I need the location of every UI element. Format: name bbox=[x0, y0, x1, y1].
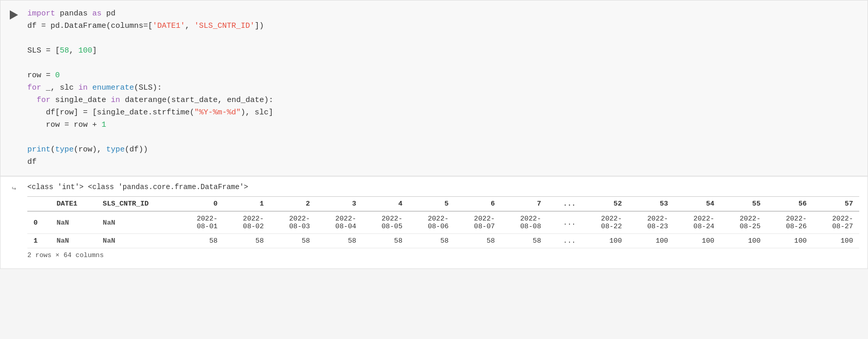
table-header-row: DATE1 SLS_CNTR_ID 0 1 2 3 4 5 6 7 ... bbox=[27, 197, 859, 212]
output-area: ↪ <class 'int'> <class 'pandas.core.fram… bbox=[1, 177, 867, 268]
output-prompt-icon: ↪ bbox=[12, 184, 16, 193]
output-text: <class 'int'> <class 'pandas.core.frame.… bbox=[27, 183, 859, 191]
cell-row1-SLS_CNTR_ID: NaN bbox=[96, 234, 177, 248]
cell-row1-col4: 58 bbox=[362, 234, 409, 248]
cell-row0-col2: 2022-08-03 bbox=[270, 211, 316, 234]
cell-row1-col1: 58 bbox=[224, 234, 270, 248]
col-header-53: 53 bbox=[628, 197, 675, 212]
notebook-cell: import pandas as pd df = pd.DataFrame(co… bbox=[0, 0, 868, 269]
col-header-56: 56 bbox=[767, 197, 813, 212]
output-content: <class 'int'> <class 'pandas.core.frame.… bbox=[27, 177, 867, 268]
cell-row1-col3: 58 bbox=[316, 234, 362, 248]
cell-row0-col7: 2022-08-08 bbox=[501, 211, 547, 234]
cell-row1-DATE1: NaN bbox=[51, 234, 97, 248]
cell-output: ↪ <class 'int'> <class 'pandas.core.fram… bbox=[1, 176, 867, 268]
cell-gutter bbox=[1, 1, 27, 176]
cell-row0-col54: 2022-08-24 bbox=[674, 211, 721, 234]
col-header-ellipsis: ... bbox=[547, 197, 582, 212]
cell-row1-col56: 100 bbox=[767, 234, 813, 248]
cell-input: import pandas as pd df = pd.DataFrame(co… bbox=[1, 1, 867, 176]
cell-row0-DATE1: NaN bbox=[51, 211, 97, 234]
col-header-54: 54 bbox=[674, 197, 721, 212]
cell-row1-ellipsis: ... bbox=[547, 234, 582, 248]
dataframe-table: DATE1 SLS_CNTR_ID 0 1 2 3 4 5 6 7 ... bbox=[27, 196, 859, 248]
cell-row0-col5: 2022-08-06 bbox=[409, 211, 455, 234]
dataframe-table-wrapper: DATE1 SLS_CNTR_ID 0 1 2 3 4 5 6 7 ... bbox=[27, 196, 859, 248]
table-row: 1 NaN NaN 58 58 58 58 58 58 58 58 bbox=[27, 234, 859, 248]
cell-row0-idx: 0 bbox=[27, 211, 51, 234]
cell-row0-col4: 2022-08-05 bbox=[362, 211, 409, 234]
col-header-57: 57 bbox=[813, 197, 859, 212]
cell-code[interactable]: import pandas as pd df = pd.DataFrame(co… bbox=[27, 1, 867, 176]
col-header-2: 2 bbox=[270, 197, 316, 212]
cell-row0-col55: 2022-08-25 bbox=[721, 211, 767, 234]
cell-row1-col57: 100 bbox=[813, 234, 859, 248]
cell-row1-idx: 1 bbox=[27, 234, 51, 248]
cell-row1-col53: 100 bbox=[628, 234, 675, 248]
cell-row0-ellipsis: ... bbox=[547, 211, 582, 234]
cell-row0-col6: 2022-08-07 bbox=[455, 211, 501, 234]
col-header-55: 55 bbox=[721, 197, 767, 212]
col-header-1: 1 bbox=[224, 197, 270, 212]
cell-row0-SLS_CNTR_ID: NaN bbox=[96, 211, 177, 234]
cell-row0-col52: 2022-08-22 bbox=[582, 211, 628, 234]
cell-row1-col55: 100 bbox=[721, 234, 767, 248]
col-header-3: 3 bbox=[316, 197, 362, 212]
col-header-7: 7 bbox=[501, 197, 547, 212]
cell-row1-col54: 100 bbox=[674, 234, 721, 248]
col-header-4: 4 bbox=[362, 197, 409, 212]
output-gutter: ↪ bbox=[1, 177, 27, 268]
table-row: 0 NaN NaN 2022-08-01 2022-08-02 2022-08-… bbox=[27, 211, 859, 234]
cell-row1-col2: 58 bbox=[270, 234, 316, 248]
dataframe-footer: 2 rows × 64 columns bbox=[27, 248, 859, 262]
cell-row0-col57: 2022-08-27 bbox=[813, 211, 859, 234]
run-button[interactable] bbox=[7, 8, 21, 22]
cell-row1-col6: 58 bbox=[455, 234, 501, 248]
col-header-SLS_CNTR_ID: SLS_CNTR_ID bbox=[96, 197, 177, 212]
cell-row1-col0: 58 bbox=[178, 234, 224, 248]
cell-row0-col56: 2022-08-26 bbox=[767, 211, 813, 234]
cell-row0-col0: 2022-08-01 bbox=[178, 211, 224, 234]
col-header-DATE1: DATE1 bbox=[51, 197, 97, 212]
cell-row0-col53: 2022-08-23 bbox=[628, 211, 675, 234]
cell-row1-col5: 58 bbox=[409, 234, 455, 248]
cell-row1-col7: 58 bbox=[501, 234, 547, 248]
cell-row0-col3: 2022-08-04 bbox=[316, 211, 362, 234]
col-header-6: 6 bbox=[455, 197, 501, 212]
col-header-52: 52 bbox=[582, 197, 628, 212]
col-header-0: 0 bbox=[178, 197, 224, 212]
col-header-index bbox=[27, 197, 51, 212]
cell-row0-col1: 2022-08-02 bbox=[224, 211, 270, 234]
cell-row1-col52: 100 bbox=[582, 234, 628, 248]
col-header-5: 5 bbox=[409, 197, 455, 212]
